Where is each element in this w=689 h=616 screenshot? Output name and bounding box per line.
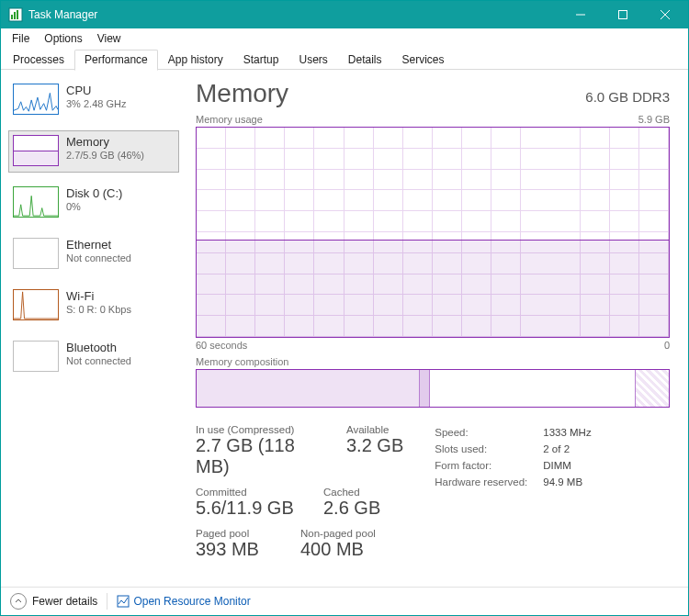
chart-label: Memory usage — [196, 114, 263, 125]
stat-label: Available — [346, 424, 403, 435]
table-row: Slots used:2 of 2 — [435, 441, 591, 457]
titlebar[interactable]: Task Manager — [1, 1, 688, 28]
memory-thumb-icon — [13, 135, 59, 166]
memory-usage-chart[interactable] — [196, 127, 670, 338]
stat-value: 5.6/11.9 GB — [196, 498, 301, 519]
bluetooth-thumb-icon — [13, 341, 59, 372]
svg-rect-5 — [619, 11, 627, 19]
menubar: File Options View — [1, 28, 688, 48]
stat-value: 3.2 GB — [346, 435, 403, 456]
cpu-thumb-icon — [13, 84, 59, 115]
stat-value: 2.7 GB (118 MB) — [196, 435, 324, 477]
chart-x-left: 60 seconds — [196, 340, 247, 351]
wifi-thumb-icon — [13, 289, 59, 320]
svg-rect-3 — [17, 10, 18, 19]
tabbar: Processes Performance App history Startu… — [1, 48, 688, 70]
table-row: Hardware reserved:94.9 MB — [435, 474, 591, 490]
resource-monitor-icon — [117, 595, 130, 608]
composition-label: Memory composition — [196, 356, 670, 367]
sidebar-item-sub: Not connected — [66, 355, 131, 366]
chart-x-right: 0 — [664, 340, 670, 351]
sidebar-item-cpu[interactable]: CPU 3% 2.48 GHz — [8, 79, 179, 121]
sidebar-item-sub: S: 0 R: 0 Kbps — [66, 304, 131, 315]
app-icon — [8, 7, 23, 22]
ethernet-thumb-icon — [13, 238, 59, 269]
open-resource-monitor-link[interactable]: Open Resource Monitor — [133, 595, 250, 608]
sidebar-item-label: CPU — [66, 84, 126, 97]
stat-value: 400 MB — [300, 539, 376, 560]
tab-app-history[interactable]: App history — [158, 50, 233, 70]
stat-label: Paged pool — [196, 528, 278, 539]
table-row: Form factor:DIMM — [435, 457, 591, 474]
composition-in-use — [197, 370, 420, 407]
disk-thumb-icon — [13, 186, 59, 218]
stat-value: 393 MB — [196, 539, 278, 560]
chart-max-label: 5.9 GB — [638, 114, 670, 125]
main-panel: Memory 6.0 GB DDR3 Memory usage 5.9 GB 6… — [179, 70, 688, 587]
composition-free — [430, 370, 635, 407]
chevron-up-icon[interactable] — [10, 593, 27, 610]
task-manager-window: Task Manager File Options View Processes… — [0, 0, 689, 616]
stat-label: Non-paged pool — [300, 528, 376, 539]
sidebar-item-sub: Not connected — [66, 252, 131, 263]
sidebar-item-label: Bluetooth — [66, 341, 131, 354]
sidebar-item-wifi[interactable]: Wi-Fi S: 0 R: 0 Kbps — [8, 285, 179, 327]
sidebar-item-sub: 0% — [66, 201, 122, 212]
menu-file[interactable]: File — [5, 30, 37, 47]
tab-performance[interactable]: Performance — [74, 50, 158, 71]
body: CPU 3% 2.48 GHz Memory 2.7/5.9 GB (46%) — [1, 70, 688, 587]
menu-options[interactable]: Options — [37, 30, 89, 47]
fewer-details-link[interactable]: Fewer details — [32, 595, 97, 608]
sidebar-item-ethernet[interactable]: Ethernet Not connected — [8, 233, 179, 275]
footer: Fewer details Open Resource Monitor — [1, 587, 688, 615]
stat-label: In use (Compressed) — [196, 424, 324, 435]
sidebar-item-memory[interactable]: Memory 2.7/5.9 GB (46%) — [8, 130, 179, 173]
stats-grid: In use (Compressed) 2.7 GB (118 MB) Avai… — [196, 424, 670, 560]
memory-composition-chart[interactable] — [196, 369, 670, 408]
tab-services[interactable]: Services — [392, 50, 455, 70]
close-button[interactable] — [644, 1, 686, 28]
tab-processes[interactable]: Processes — [3, 50, 74, 70]
divider — [107, 593, 107, 610]
svg-rect-1 — [11, 15, 13, 19]
tab-details[interactable]: Details — [338, 50, 392, 70]
sidebar-item-sub: 2.7/5.9 GB (46%) — [66, 150, 144, 161]
sidebar-item-label: Wi-Fi — [66, 289, 131, 303]
composition-reserved — [635, 370, 669, 407]
minimize-button[interactable] — [559, 1, 602, 28]
sidebar-item-label: Disk 0 (C:) — [66, 186, 122, 200]
sidebar: CPU 3% 2.48 GHz Memory 2.7/5.9 GB (46%) — [1, 70, 179, 587]
tab-users[interactable]: Users — [288, 50, 337, 70]
stat-label: Committed — [196, 487, 301, 498]
sidebar-item-sub: 3% 2.48 GHz — [66, 98, 126, 109]
composition-modified — [420, 370, 430, 407]
sidebar-item-disk[interactable]: Disk 0 (C:) 0% — [8, 182, 179, 224]
stat-label: Cached — [323, 487, 380, 498]
page-subtitle: 6.0 GB DDR3 — [585, 89, 670, 105]
table-row: Speed:1333 MHz — [435, 424, 591, 441]
sidebar-item-bluetooth[interactable]: Bluetooth Not connected — [8, 336, 179, 378]
stat-value: 2.6 GB — [323, 498, 380, 519]
svg-rect-8 — [118, 596, 129, 607]
window-title: Task Manager — [28, 8, 97, 21]
page-title: Memory — [196, 79, 288, 108]
sidebar-item-label: Ethernet — [66, 238, 131, 252]
svg-rect-2 — [14, 12, 16, 19]
menu-view[interactable]: View — [90, 30, 129, 47]
memory-details-table: Speed:1333 MHz Slots used:2 of 2 Form fa… — [435, 424, 591, 560]
sidebar-item-label: Memory — [66, 135, 144, 149]
tab-startup[interactable]: Startup — [233, 50, 289, 70]
maximize-button[interactable] — [602, 1, 644, 28]
memory-usage-fill — [197, 240, 669, 337]
